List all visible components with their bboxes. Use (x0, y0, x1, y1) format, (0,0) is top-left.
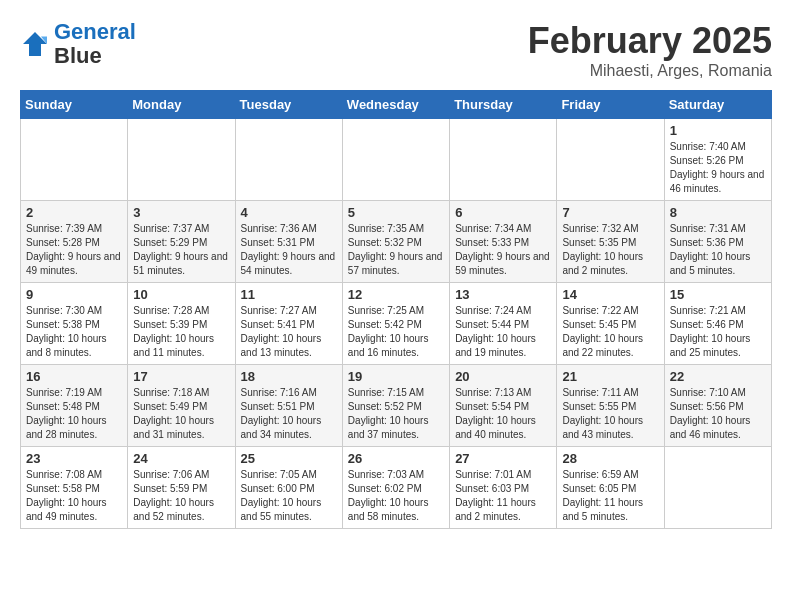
logo-line2: Blue (54, 43, 102, 68)
day-info: Sunrise: 7:03 AM Sunset: 6:02 PM Dayligh… (348, 468, 444, 524)
calendar-cell-w5-d5: 27Sunrise: 7:01 AM Sunset: 6:03 PM Dayli… (450, 447, 557, 529)
day-number: 4 (241, 205, 337, 220)
day-info: Sunrise: 7:01 AM Sunset: 6:03 PM Dayligh… (455, 468, 551, 524)
calendar-cell-w4-d1: 16Sunrise: 7:19 AM Sunset: 5:48 PM Dayli… (21, 365, 128, 447)
svg-marker-0 (23, 32, 47, 56)
logo-icon (20, 29, 50, 59)
calendar-cell-w2-d1: 2Sunrise: 7:39 AM Sunset: 5:28 PM Daylig… (21, 201, 128, 283)
day-number: 10 (133, 287, 229, 302)
day-number: 11 (241, 287, 337, 302)
day-info: Sunrise: 7:24 AM Sunset: 5:44 PM Dayligh… (455, 304, 551, 360)
calendar-cell-w4-d3: 18Sunrise: 7:16 AM Sunset: 5:51 PM Dayli… (235, 365, 342, 447)
weekday-wednesday: Wednesday (342, 91, 449, 119)
day-info: Sunrise: 7:40 AM Sunset: 5:26 PM Dayligh… (670, 140, 766, 196)
weekday-header-row: SundayMondayTuesdayWednesdayThursdayFrid… (21, 91, 772, 119)
day-info: Sunrise: 7:13 AM Sunset: 5:54 PM Dayligh… (455, 386, 551, 442)
calendar-cell-w3-d7: 15Sunrise: 7:21 AM Sunset: 5:46 PM Dayli… (664, 283, 771, 365)
day-number: 27 (455, 451, 551, 466)
day-info: Sunrise: 7:36 AM Sunset: 5:31 PM Dayligh… (241, 222, 337, 278)
day-info: Sunrise: 7:05 AM Sunset: 6:00 PM Dayligh… (241, 468, 337, 524)
day-number: 15 (670, 287, 766, 302)
day-number: 24 (133, 451, 229, 466)
day-info: Sunrise: 7:25 AM Sunset: 5:42 PM Dayligh… (348, 304, 444, 360)
calendar-cell-w5-d6: 28Sunrise: 6:59 AM Sunset: 6:05 PM Dayli… (557, 447, 664, 529)
day-number: 26 (348, 451, 444, 466)
weekday-thursday: Thursday (450, 91, 557, 119)
day-info: Sunrise: 7:32 AM Sunset: 5:35 PM Dayligh… (562, 222, 658, 278)
calendar-cell-w5-d4: 26Sunrise: 7:03 AM Sunset: 6:02 PM Dayli… (342, 447, 449, 529)
day-number: 14 (562, 287, 658, 302)
day-info: Sunrise: 7:34 AM Sunset: 5:33 PM Dayligh… (455, 222, 551, 278)
day-info: Sunrise: 7:22 AM Sunset: 5:45 PM Dayligh… (562, 304, 658, 360)
calendar-cell-w3-d3: 11Sunrise: 7:27 AM Sunset: 5:41 PM Dayli… (235, 283, 342, 365)
calendar-cell-w5-d1: 23Sunrise: 7:08 AM Sunset: 5:58 PM Dayli… (21, 447, 128, 529)
week-row-5: 23Sunrise: 7:08 AM Sunset: 5:58 PM Dayli… (21, 447, 772, 529)
day-number: 6 (455, 205, 551, 220)
weekday-saturday: Saturday (664, 91, 771, 119)
month-title: February 2025 (528, 20, 772, 62)
page-header: General Blue February 2025 Mihaesti, Arg… (20, 20, 772, 80)
calendar-cell-w4-d6: 21Sunrise: 7:11 AM Sunset: 5:55 PM Dayli… (557, 365, 664, 447)
day-info: Sunrise: 6:59 AM Sunset: 6:05 PM Dayligh… (562, 468, 658, 524)
calendar-cell-w3-d5: 13Sunrise: 7:24 AM Sunset: 5:44 PM Dayli… (450, 283, 557, 365)
day-info: Sunrise: 7:28 AM Sunset: 5:39 PM Dayligh… (133, 304, 229, 360)
day-number: 5 (348, 205, 444, 220)
day-number: 21 (562, 369, 658, 384)
day-number: 8 (670, 205, 766, 220)
calendar-cell-w5-d7 (664, 447, 771, 529)
calendar-cell-w4-d5: 20Sunrise: 7:13 AM Sunset: 5:54 PM Dayli… (450, 365, 557, 447)
day-info: Sunrise: 7:18 AM Sunset: 5:49 PM Dayligh… (133, 386, 229, 442)
day-info: Sunrise: 7:30 AM Sunset: 5:38 PM Dayligh… (26, 304, 122, 360)
calendar-cell-w2-d4: 5Sunrise: 7:35 AM Sunset: 5:32 PM Daylig… (342, 201, 449, 283)
day-info: Sunrise: 7:31 AM Sunset: 5:36 PM Dayligh… (670, 222, 766, 278)
location: Mihaesti, Arges, Romania (528, 62, 772, 80)
calendar-cell-w1-d7: 1Sunrise: 7:40 AM Sunset: 5:26 PM Daylig… (664, 119, 771, 201)
calendar-cell-w3-d1: 9Sunrise: 7:30 AM Sunset: 5:38 PM Daylig… (21, 283, 128, 365)
day-number: 28 (562, 451, 658, 466)
calendar-cell-w4-d4: 19Sunrise: 7:15 AM Sunset: 5:52 PM Dayli… (342, 365, 449, 447)
day-info: Sunrise: 7:19 AM Sunset: 5:48 PM Dayligh… (26, 386, 122, 442)
week-row-2: 2Sunrise: 7:39 AM Sunset: 5:28 PM Daylig… (21, 201, 772, 283)
calendar-cell-w2-d7: 8Sunrise: 7:31 AM Sunset: 5:36 PM Daylig… (664, 201, 771, 283)
week-row-4: 16Sunrise: 7:19 AM Sunset: 5:48 PM Dayli… (21, 365, 772, 447)
calendar-cell-w1-d5 (450, 119, 557, 201)
day-number: 2 (26, 205, 122, 220)
calendar-cell-w1-d2 (128, 119, 235, 201)
day-number: 23 (26, 451, 122, 466)
day-info: Sunrise: 7:37 AM Sunset: 5:29 PM Dayligh… (133, 222, 229, 278)
day-number: 19 (348, 369, 444, 384)
calendar-cell-w1-d4 (342, 119, 449, 201)
weekday-sunday: Sunday (21, 91, 128, 119)
calendar-cell-w1-d6 (557, 119, 664, 201)
weekday-monday: Monday (128, 91, 235, 119)
logo: General Blue (20, 20, 136, 68)
logo-text: General Blue (54, 20, 136, 68)
calendar-cell-w2-d5: 6Sunrise: 7:34 AM Sunset: 5:33 PM Daylig… (450, 201, 557, 283)
calendar-cell-w5-d2: 24Sunrise: 7:06 AM Sunset: 5:59 PM Dayli… (128, 447, 235, 529)
day-number: 17 (133, 369, 229, 384)
calendar-cell-w2-d2: 3Sunrise: 7:37 AM Sunset: 5:29 PM Daylig… (128, 201, 235, 283)
day-number: 9 (26, 287, 122, 302)
calendar-cell-w2-d3: 4Sunrise: 7:36 AM Sunset: 5:31 PM Daylig… (235, 201, 342, 283)
day-info: Sunrise: 7:08 AM Sunset: 5:58 PM Dayligh… (26, 468, 122, 524)
day-info: Sunrise: 7:11 AM Sunset: 5:55 PM Dayligh… (562, 386, 658, 442)
logo-line1: General (54, 19, 136, 44)
day-number: 18 (241, 369, 337, 384)
week-row-3: 9Sunrise: 7:30 AM Sunset: 5:38 PM Daylig… (21, 283, 772, 365)
calendar-cell-w1-d1 (21, 119, 128, 201)
day-info: Sunrise: 7:15 AM Sunset: 5:52 PM Dayligh… (348, 386, 444, 442)
calendar-cell-w3-d4: 12Sunrise: 7:25 AM Sunset: 5:42 PM Dayli… (342, 283, 449, 365)
week-row-1: 1Sunrise: 7:40 AM Sunset: 5:26 PM Daylig… (21, 119, 772, 201)
day-number: 12 (348, 287, 444, 302)
day-info: Sunrise: 7:21 AM Sunset: 5:46 PM Dayligh… (670, 304, 766, 360)
day-info: Sunrise: 7:27 AM Sunset: 5:41 PM Dayligh… (241, 304, 337, 360)
day-number: 13 (455, 287, 551, 302)
day-info: Sunrise: 7:16 AM Sunset: 5:51 PM Dayligh… (241, 386, 337, 442)
calendar-cell-w3-d6: 14Sunrise: 7:22 AM Sunset: 5:45 PM Dayli… (557, 283, 664, 365)
day-number: 16 (26, 369, 122, 384)
calendar-cell-w2-d6: 7Sunrise: 7:32 AM Sunset: 5:35 PM Daylig… (557, 201, 664, 283)
calendar-cell-w1-d3 (235, 119, 342, 201)
day-number: 22 (670, 369, 766, 384)
weekday-friday: Friday (557, 91, 664, 119)
title-block: February 2025 Mihaesti, Arges, Romania (528, 20, 772, 80)
